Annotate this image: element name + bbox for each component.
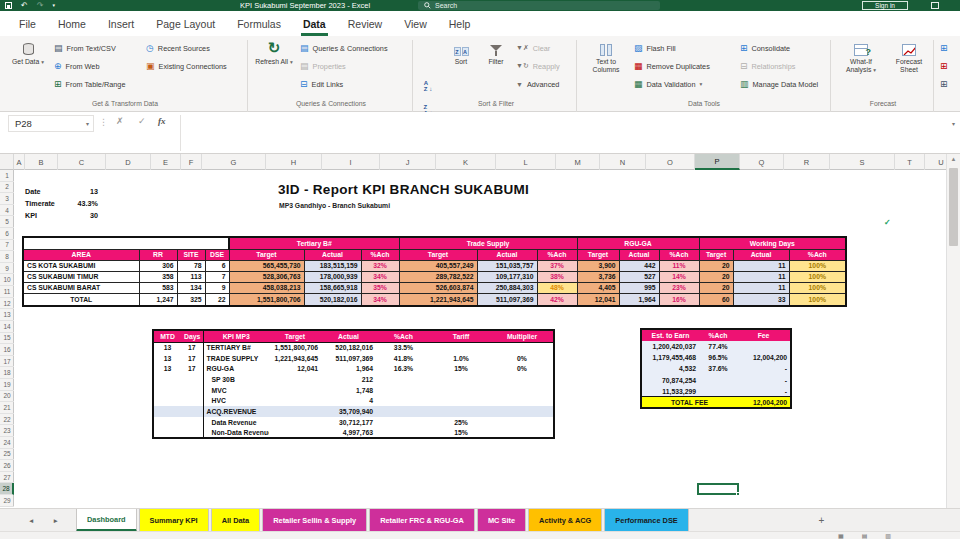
column-header-P[interactable]: P <box>695 154 740 170</box>
table-column-header[interactable]: %Ach <box>537 249 577 260</box>
table-column-header[interactable]: Target <box>699 249 733 260</box>
menu-tab-view[interactable]: View <box>393 11 438 36</box>
manage-data-model-button[interactable]: ▥Manage Data Model <box>740 75 818 93</box>
table-column-header[interactable]: %Ach <box>361 249 399 260</box>
cell[interactable]: TRADE SUPPLY <box>203 353 269 364</box>
row-header-8[interactable]: 8 <box>0 251 14 263</box>
cell[interactable] <box>269 417 321 428</box>
next-sheet-icon[interactable]: ► <box>52 517 58 524</box>
forecast-sheet-button[interactable]: Forecast Sheet <box>888 38 930 96</box>
column-header-R[interactable]: R <box>784 154 830 170</box>
chevron-down-icon[interactable]: ▾ <box>52 0 55 11</box>
cell[interactable]: 1,748 <box>321 385 376 396</box>
table-column-header[interactable]: Target <box>577 249 619 260</box>
cell[interactable]: 17 <box>181 353 203 364</box>
cell[interactable] <box>376 417 431 428</box>
column-header-Q[interactable]: Q <box>740 154 784 170</box>
cell[interactable]: 34% <box>361 293 399 306</box>
cell[interactable]: 250,884,303 <box>477 282 537 293</box>
cell[interactable]: ACQ.REVENUE <box>203 406 269 417</box>
cell[interactable]: 7 <box>205 271 229 282</box>
column-header-K[interactable]: K <box>436 154 496 170</box>
table-column-header[interactable]: KPI MP3 <box>203 330 269 342</box>
table-column-header[interactable]: RR <box>139 249 177 260</box>
cell[interactable]: 41.8% <box>376 353 431 364</box>
column-header-B[interactable]: B <box>25 154 58 170</box>
cell[interactable]: 1,247 <box>139 293 177 306</box>
row-header-18[interactable]: 18 <box>0 367 14 379</box>
menu-tab-file[interactable]: File <box>8 11 47 36</box>
cell[interactable] <box>153 374 181 385</box>
sheet-tab-dashboard[interactable]: Dashboard <box>76 509 137 532</box>
row-header-22[interactable]: 22 <box>0 414 14 426</box>
row-header-14[interactable]: 14 <box>0 321 14 333</box>
cell[interactable]: 35% <box>361 282 399 293</box>
cell[interactable] <box>431 406 491 417</box>
cell[interactable]: HVC <box>203 395 269 406</box>
cell[interactable]: 527 <box>619 271 659 282</box>
cell[interactable]: 100% <box>789 271 846 282</box>
table-column-header[interactable]: Days <box>181 330 203 342</box>
column-header-C[interactable]: C <box>58 154 106 170</box>
cell[interactable] <box>376 428 431 439</box>
cell[interactable]: 34% <box>361 271 399 282</box>
cell[interactable]: 35,709,940 <box>321 406 376 417</box>
table-column-header[interactable]: SITE <box>177 249 205 260</box>
cell[interactable]: 96.5% <box>699 352 737 363</box>
column-header-M[interactable]: M <box>556 154 600 170</box>
total-fee-label[interactable]: TOTAL FEE <box>641 397 737 408</box>
sheet-tab-performance-dse[interactable]: Performance DSE <box>604 509 688 532</box>
from-table-range-button[interactable]: ⊞From Table/Range <box>54 75 125 93</box>
column-header-L[interactable]: L <box>496 154 556 170</box>
cell[interactable]: 212 <box>321 374 376 385</box>
data-validation-button[interactable]: ▦Data Validation ▾ <box>634 75 710 93</box>
row-header-4[interactable]: 4 <box>0 205 14 217</box>
cell[interactable] <box>153 395 181 406</box>
cell[interactable]: 0% <box>491 353 554 364</box>
cell[interactable]: 13 <box>153 342 181 353</box>
row-header-2[interactable]: 2 <box>0 182 14 194</box>
cell[interactable]: 289,782,522 <box>399 271 477 282</box>
cell[interactable]: MVC <box>203 385 269 396</box>
cell[interactable]: 3,736 <box>577 271 619 282</box>
column-header-E[interactable]: E <box>151 154 181 170</box>
row-header-5[interactable]: 5 <box>0 216 14 228</box>
column-header-A[interactable]: A <box>14 154 25 170</box>
queries-connections-button[interactable]: ▤Queries & Connections <box>300 39 388 57</box>
cell[interactable]: CS SUKABUMI TIMUR <box>23 271 139 282</box>
cell[interactable] <box>269 395 321 406</box>
sign-in-button[interactable]: Sign in <box>862 1 908 10</box>
cell[interactable]: 405,557,249 <box>399 260 477 271</box>
table-column-header[interactable]: AREA <box>23 249 139 260</box>
cell[interactable]: 1,200,420,037 <box>641 341 699 352</box>
cell[interactable] <box>431 395 491 406</box>
cell[interactable]: - <box>737 386 791 397</box>
cell[interactable]: 1,221,943,645 <box>399 293 477 306</box>
column-header-D[interactable]: D <box>106 154 151 170</box>
cell[interactable]: 13 <box>153 363 181 374</box>
cell[interactable]: 6 <box>205 260 229 271</box>
sheet-tab-all-data[interactable]: All Data <box>211 509 261 532</box>
cell[interactable]: 1,179,455,468 <box>641 352 699 363</box>
cell[interactable]: 1,551,800,706 <box>229 293 304 306</box>
cell[interactable] <box>699 375 737 386</box>
row-header-17[interactable]: 17 <box>0 356 14 368</box>
cell[interactable]: 78 <box>177 260 205 271</box>
menu-tab-data[interactable]: Data <box>292 11 337 36</box>
cell[interactable]: 1,221,943,645 <box>269 353 321 364</box>
cell[interactable] <box>181 385 203 396</box>
formula-input[interactable] <box>180 115 942 151</box>
page-break-view-icon[interactable]: ▥ <box>885 532 891 539</box>
cell[interactable]: 183,515,159 <box>304 260 361 271</box>
row-header-9[interactable]: 9 <box>0 263 14 275</box>
cell[interactable] <box>181 374 203 385</box>
row-header-6[interactable]: 6 <box>0 228 14 240</box>
cell[interactable]: 22 <box>205 293 229 306</box>
cell[interactable]: 32% <box>361 260 399 271</box>
cell[interactable] <box>491 406 554 417</box>
column-header-G[interactable]: G <box>202 154 266 170</box>
row-header-27[interactable]: 27 <box>0 472 14 484</box>
cell[interactable]: 458,038,213 <box>229 282 304 293</box>
cell[interactable]: 109,177,310 <box>477 271 537 282</box>
cell[interactable]: 16% <box>659 293 699 306</box>
